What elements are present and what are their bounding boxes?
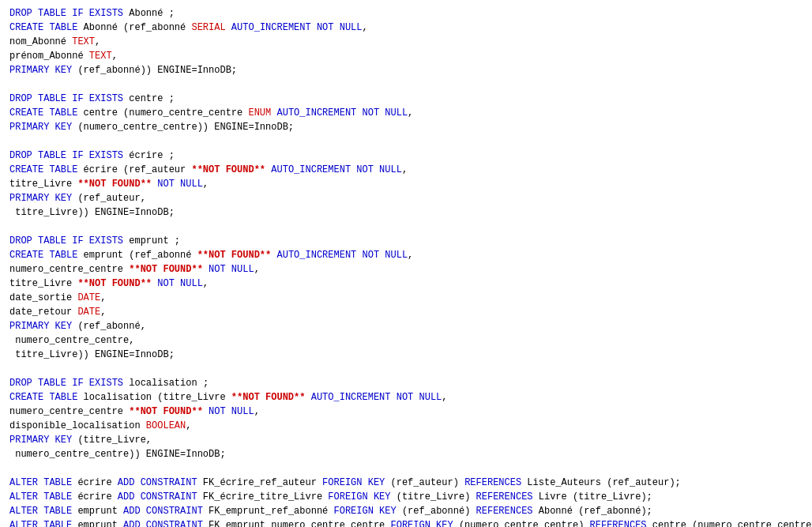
- code-text: FK_emprunt_ref_abonné: [203, 506, 334, 517]
- keyword: PRIMARY KEY: [9, 321, 72, 332]
- keyword: CREATE TABLE: [9, 164, 77, 175]
- code-text: FK_écrire_titre_Livre: [197, 491, 329, 503]
- code-text: (ref_abonné): [397, 506, 476, 517]
- code-text: numero_centre_centre,: [9, 335, 134, 346]
- code-text: localisation (titre_Livre: [77, 392, 231, 403]
- code-line: prénom_Abonné TEXT,: [9, 49, 803, 63]
- code-text: ,: [254, 406, 260, 417]
- code-line: [9, 134, 803, 149]
- code-text: ,: [402, 164, 408, 175]
- code-text: ,: [112, 51, 118, 62]
- code-text: titre_Livre)) ENGINE=InnoDB;: [9, 349, 175, 360]
- not-found: **NOT FOUND**: [129, 264, 203, 275]
- code-text: ,: [186, 420, 191, 431]
- keyword: NOT NULL: [209, 406, 254, 417]
- datatype: ENUM: [248, 107, 271, 119]
- code-line: CREATE TABLE emprunt (ref_abonné **NOT F…: [9, 248, 803, 262]
- keyword: ADD CONSTRAINT: [118, 491, 197, 503]
- code-text: centre (numero_centre_centre);: [647, 520, 812, 527]
- code-line: ALTER TABLE emprunt ADD CONSTRAINT FK_em…: [9, 518, 803, 527]
- keyword: REFERENCES: [476, 506, 533, 517]
- code-line: CREATE TABLE Abonné (ref_abonné SERIAL A…: [9, 21, 803, 35]
- code-text: titre_Livre: [9, 278, 77, 289]
- keyword: ALTER TABLE: [9, 520, 72, 527]
- keyword: REFERENCES: [476, 491, 533, 503]
- keyword: AUTO_INCREMENT: [271, 250, 362, 261]
- code-line: PRIMARY KEY (ref_abonné)) ENGINE=InnoDB;: [9, 63, 803, 77]
- keyword: PRIMARY KEY: [9, 65, 72, 76]
- code-text: prénom_Abonné: [9, 51, 89, 62]
- code-text: date_retour: [9, 307, 77, 318]
- code-line: disponible_localisation BOOLEAN,: [9, 419, 803, 433]
- code-line: ALTER TABLE écrire ADD CONSTRAINT FK_écr…: [9, 476, 803, 490]
- keyword: FOREIGN KEY: [328, 491, 390, 503]
- keyword: NOT NULL: [157, 278, 203, 289]
- code-line: DROP TABLE IF EXISTS Abonné ;: [9, 6, 803, 21]
- keyword: AUTO_INCREMENT: [305, 392, 396, 403]
- code-line: CREATE TABLE écrire (ref_auteur **NOT FO…: [9, 163, 803, 177]
- keyword: IF: [72, 8, 83, 19]
- keyword: EXISTS: [89, 150, 123, 161]
- keyword: AUTO_INCREMENT: [226, 22, 317, 33]
- keyword: CREATE TABLE: [9, 22, 77, 33]
- code-text: numero_centre_centre)) ENGINE=InnoDB;: [9, 449, 226, 460]
- keyword: PRIMARY KEY: [9, 122, 72, 133]
- code-text: ,: [100, 292, 106, 303]
- not-found: **NOT FOUND**: [191, 164, 265, 175]
- code-text: Abonné (ref_abonné);: [533, 506, 652, 517]
- code-text: FK_emprunt_numero_centre_centre: [203, 520, 391, 527]
- code-text: [203, 264, 209, 275]
- code-text: Liste_Auteurs (ref_auteur);: [521, 477, 681, 488]
- keyword: ALTER TABLE: [9, 491, 72, 503]
- code-line: ALTER TABLE emprunt ADD CONSTRAINT FK_em…: [9, 504, 803, 518]
- code-text: (ref_auteur,: [72, 193, 146, 204]
- code-line: CREATE TABLE localisation (titre_Livre *…: [9, 390, 803, 405]
- datatype: BOOLEAN: [146, 420, 186, 431]
- code-text: (numero_centre_centre)) ENGINE=InnoDB;: [72, 122, 294, 133]
- keyword: FOREIGN KEY: [322, 477, 385, 488]
- keyword: REFERENCES: [464, 477, 521, 488]
- code-text: ,: [363, 22, 368, 33]
- code-text: ,: [203, 179, 209, 190]
- code-text: écrire: [72, 491, 118, 503]
- code-text: (titre_Livre,: [72, 435, 152, 446]
- keyword: DROP: [9, 235, 32, 247]
- code-line: ALTER TABLE écrire ADD CONSTRAINT FK_écr…: [9, 490, 803, 504]
- keyword: TABLE: [38, 378, 66, 389]
- keyword: EXISTS: [89, 8, 123, 19]
- code-text: écrire: [72, 477, 118, 488]
- code-text: nom_Abonné: [9, 36, 72, 47]
- keyword: IF: [72, 150, 83, 161]
- keyword: PRIMARY KEY: [9, 193, 72, 204]
- keyword: CREATE TABLE: [9, 107, 77, 119]
- code-line: DROP TABLE IF EXISTS écrire ;: [9, 149, 803, 163]
- keyword: EXISTS: [89, 235, 123, 247]
- keyword: EXISTS: [89, 93, 123, 104]
- code-text: (ref_abonné,: [72, 321, 146, 332]
- code-line: numero_centre_centre **NOT FOUND** NOT N…: [9, 262, 803, 277]
- keyword: TABLE: [38, 93, 66, 104]
- not-found: **NOT FOUND**: [77, 278, 152, 289]
- keyword: AUTO_INCREMENT: [265, 164, 356, 175]
- code-line: [9, 461, 803, 476]
- keyword: NOT NULL: [209, 264, 254, 275]
- code-text: ,: [408, 250, 413, 261]
- code-text: emprunt (ref_abonné: [77, 250, 197, 261]
- code-text: écrire (ref_auteur: [77, 164, 191, 175]
- keyword: CREATE TABLE: [9, 392, 77, 403]
- code-text: ,: [203, 278, 209, 289]
- code-text: ,: [254, 264, 260, 275]
- code-text: centre (numero_centre_centre: [77, 107, 248, 119]
- datatype: SERIAL: [191, 22, 225, 33]
- keyword: DROP: [9, 150, 32, 161]
- code-text: emprunt: [72, 520, 123, 527]
- code-text: FK_écrire_ref_auteur: [197, 477, 322, 488]
- keyword: ALTER TABLE: [9, 506, 72, 517]
- keyword: PRIMARY KEY: [9, 435, 72, 446]
- code-text: (titre_Livre): [391, 491, 476, 503]
- keyword: ADD CONSTRAINT: [118, 477, 197, 488]
- keyword: NOT NULL: [397, 392, 442, 403]
- code-line: CREATE TABLE centre (numero_centre_centr…: [9, 106, 803, 120]
- keyword: FOREIGN KEY: [334, 506, 397, 517]
- code-line: DROP TABLE IF EXISTS localisation ;: [9, 376, 803, 390]
